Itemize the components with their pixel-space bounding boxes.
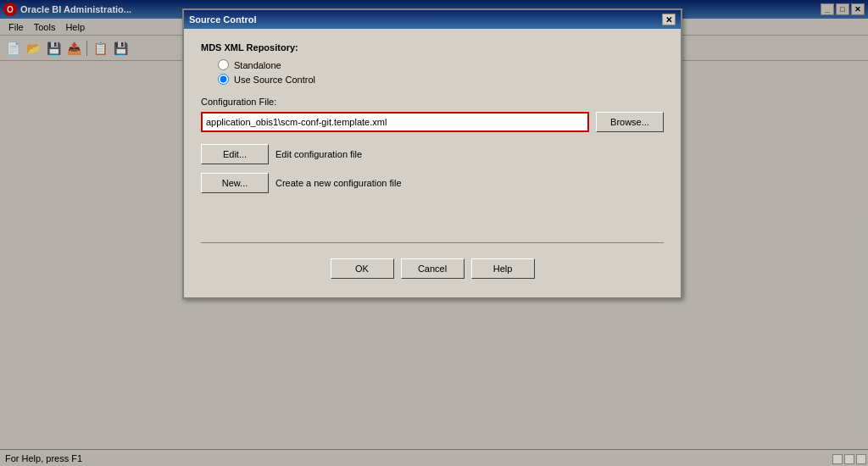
- new-action-row: New... Create a new configuration file: [201, 173, 664, 193]
- dialog-content: MDS XML Repository: Standalone Use Sourc…: [184, 29, 681, 297]
- ok-button[interactable]: OK: [331, 258, 394, 279]
- dialog-title: Source Control: [189, 14, 662, 25]
- edit-button[interactable]: Edit...: [201, 144, 269, 164]
- cancel-button[interactable]: Cancel: [401, 258, 465, 279]
- standalone-label[interactable]: Standalone: [234, 60, 281, 70]
- use-source-control-label[interactable]: Use Source Control: [234, 75, 315, 85]
- config-row: Browse...: [201, 112, 664, 132]
- config-section: Configuration File: Browse...: [201, 97, 664, 132]
- config-file-label: Configuration File:: [201, 97, 664, 107]
- dialog-separator: [201, 242, 664, 243]
- dialog-titlebar: Source Control ✕: [184, 10, 681, 29]
- new-description: Create a new configuration file: [275, 178, 402, 188]
- standalone-radio-row: Standalone: [218, 59, 664, 70]
- use-source-control-radio-row: Use Source Control: [218, 74, 664, 85]
- edit-description: Edit configuration file: [275, 149, 362, 159]
- resize-handles: [831, 452, 868, 466]
- config-file-input[interactable]: [201, 112, 589, 132]
- edit-action-row: Edit... Edit configuration file: [201, 144, 664, 164]
- spacer: [201, 202, 664, 236]
- resize-handle-2[interactable]: [844, 454, 854, 464]
- use-source-control-radio[interactable]: [218, 74, 229, 85]
- dialog-buttons: OK Cancel Help: [201, 250, 664, 284]
- help-button[interactable]: Help: [471, 258, 535, 279]
- browse-button[interactable]: Browse...: [596, 112, 664, 132]
- app-window: O Oracle BI Administratio... _ □ ✕ File …: [0, 0, 868, 466]
- source-control-dialog: Source Control ✕ MDS XML Repository: Sta…: [182, 8, 682, 299]
- resize-handle-3[interactable]: [856, 454, 866, 464]
- dialog-close-btn[interactable]: ✕: [662, 14, 676, 25]
- standalone-radio[interactable]: [218, 59, 229, 70]
- new-button[interactable]: New...: [201, 173, 269, 193]
- mds-label: MDS XML Repository:: [201, 42, 664, 53]
- resize-handle-1[interactable]: [832, 454, 843, 464]
- radio-group: Standalone Use Source Control: [218, 59, 664, 85]
